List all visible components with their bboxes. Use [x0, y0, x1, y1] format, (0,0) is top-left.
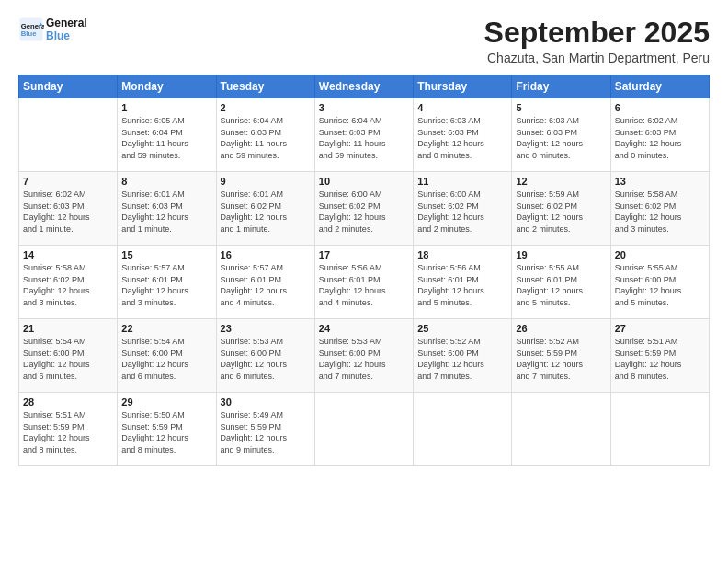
- calendar-cell: 15Sunrise: 5:57 AM Sunset: 6:01 PM Dayli…: [118, 246, 216, 319]
- day-info: Sunrise: 6:03 AM Sunset: 6:03 PM Dayligh…: [516, 115, 606, 161]
- logo-blue: Blue: [46, 29, 87, 42]
- day-info: Sunrise: 5:53 AM Sunset: 6:00 PM Dayligh…: [319, 336, 409, 382]
- calendar-cell: 10Sunrise: 6:00 AM Sunset: 6:02 PM Dayli…: [314, 172, 413, 246]
- calendar-cell: 4Sunrise: 6:03 AM Sunset: 6:03 PM Daylig…: [414, 98, 512, 172]
- day-number: 14: [23, 249, 113, 260]
- calendar-cell: 3Sunrise: 6:04 AM Sunset: 6:03 PM Daylig…: [314, 98, 413, 172]
- day-number: 5: [516, 102, 606, 113]
- day-info: Sunrise: 5:55 AM Sunset: 6:00 PM Dayligh…: [615, 262, 705, 308]
- calendar-cell: 25Sunrise: 5:52 AM Sunset: 6:00 PM Dayli…: [414, 319, 512, 393]
- calendar-cell: 9Sunrise: 6:01 AM Sunset: 6:02 PM Daylig…: [216, 172, 314, 246]
- day-number: 15: [121, 249, 211, 260]
- day-info: Sunrise: 6:04 AM Sunset: 6:03 PM Dayligh…: [221, 115, 311, 161]
- day-number: 21: [23, 323, 113, 334]
- month-title: September 2025: [484, 17, 710, 49]
- week-row-2: 7Sunrise: 6:02 AM Sunset: 6:03 PM Daylig…: [19, 172, 710, 246]
- calendar-cell: 20Sunrise: 5:55 AM Sunset: 6:00 PM Dayli…: [610, 246, 709, 319]
- day-number: 3: [319, 102, 409, 113]
- calendar-cell: 14Sunrise: 5:58 AM Sunset: 6:02 PM Dayli…: [19, 246, 118, 319]
- day-info: Sunrise: 5:49 AM Sunset: 5:59 PM Dayligh…: [221, 409, 311, 455]
- day-number: 29: [121, 396, 211, 408]
- day-info: Sunrise: 5:52 AM Sunset: 5:59 PM Dayligh…: [516, 336, 606, 382]
- calendar-cell: 5Sunrise: 6:03 AM Sunset: 6:03 PM Daylig…: [512, 98, 610, 172]
- day-info: Sunrise: 5:56 AM Sunset: 6:01 PM Dayligh…: [417, 262, 507, 308]
- subtitle: Chazuta, San Martin Department, Peru: [484, 51, 710, 65]
- calendar-cell: 7Sunrise: 6:02 AM Sunset: 6:03 PM Daylig…: [19, 172, 118, 246]
- day-number: 28: [23, 396, 113, 408]
- day-info: Sunrise: 6:05 AM Sunset: 6:04 PM Dayligh…: [121, 115, 211, 161]
- title-block: September 2025 Chazuta, San Martin Depar…: [484, 17, 710, 65]
- day-number: 30: [221, 396, 311, 408]
- day-info: Sunrise: 5:58 AM Sunset: 6:02 PM Dayligh…: [23, 262, 113, 308]
- day-number: 12: [516, 176, 606, 187]
- header-cell-wednesday: Wednesday: [314, 75, 413, 98]
- day-info: Sunrise: 5:51 AM Sunset: 5:59 PM Dayligh…: [23, 409, 113, 455]
- day-number: 8: [121, 176, 211, 187]
- day-number: 26: [516, 323, 606, 334]
- day-info: Sunrise: 6:02 AM Sunset: 6:03 PM Dayligh…: [615, 115, 705, 161]
- calendar-cell: 28Sunrise: 5:51 AM Sunset: 5:59 PM Dayli…: [19, 393, 118, 466]
- calendar-cell: [414, 393, 512, 466]
- day-info: Sunrise: 6:02 AM Sunset: 6:03 PM Dayligh…: [23, 189, 113, 235]
- day-info: Sunrise: 5:50 AM Sunset: 5:59 PM Dayligh…: [121, 409, 211, 455]
- logo-icon: General Blue: [18, 17, 44, 42]
- day-number: 17: [319, 249, 409, 260]
- header-cell-friday: Friday: [512, 75, 610, 98]
- day-info: Sunrise: 5:54 AM Sunset: 6:00 PM Dayligh…: [121, 336, 211, 382]
- calendar-cell: [610, 393, 709, 466]
- calendar-cell: 23Sunrise: 5:53 AM Sunset: 6:00 PM Dayli…: [216, 319, 314, 393]
- day-number: 27: [615, 323, 705, 334]
- header-cell-monday: Monday: [118, 75, 216, 98]
- header-cell-sunday: Sunday: [19, 75, 118, 98]
- day-info: Sunrise: 5:58 AM Sunset: 6:02 PM Dayligh…: [615, 189, 705, 235]
- day-number: 1: [121, 102, 211, 113]
- calendar-cell: [19, 98, 118, 172]
- calendar-cell: 18Sunrise: 5:56 AM Sunset: 6:01 PM Dayli…: [414, 246, 512, 319]
- day-info: Sunrise: 6:04 AM Sunset: 6:03 PM Dayligh…: [319, 115, 409, 161]
- calendar-cell: 26Sunrise: 5:52 AM Sunset: 5:59 PM Dayli…: [512, 319, 610, 393]
- day-info: Sunrise: 5:57 AM Sunset: 6:01 PM Dayligh…: [121, 262, 211, 308]
- day-info: Sunrise: 5:54 AM Sunset: 6:00 PM Dayligh…: [23, 336, 113, 382]
- calendar-cell: 27Sunrise: 5:51 AM Sunset: 5:59 PM Dayli…: [610, 319, 709, 393]
- week-row-3: 14Sunrise: 5:58 AM Sunset: 6:02 PM Dayli…: [19, 246, 710, 319]
- calendar-cell: 22Sunrise: 5:54 AM Sunset: 6:00 PM Dayli…: [118, 319, 216, 393]
- calendar-cell: 12Sunrise: 5:59 AM Sunset: 6:02 PM Dayli…: [512, 172, 610, 246]
- logo-general: General: [46, 17, 87, 29]
- calendar-cell: 11Sunrise: 6:00 AM Sunset: 6:02 PM Dayli…: [414, 172, 512, 246]
- day-info: Sunrise: 6:01 AM Sunset: 6:02 PM Dayligh…: [221, 189, 311, 235]
- page: General Blue General Blue September 2025…: [0, 0, 728, 563]
- day-number: 22: [121, 323, 211, 334]
- header-cell-thursday: Thursday: [414, 75, 512, 98]
- calendar-cell: 6Sunrise: 6:02 AM Sunset: 6:03 PM Daylig…: [610, 98, 709, 172]
- calendar-cell: 30Sunrise: 5:49 AM Sunset: 5:59 PM Dayli…: [216, 393, 314, 466]
- day-info: Sunrise: 6:00 AM Sunset: 6:02 PM Dayligh…: [319, 189, 409, 235]
- logo: General Blue General Blue: [18, 17, 87, 43]
- calendar-cell: 2Sunrise: 6:04 AM Sunset: 6:03 PM Daylig…: [216, 98, 314, 172]
- day-number: 6: [615, 102, 705, 113]
- svg-text:Blue: Blue: [21, 29, 37, 38]
- day-info: Sunrise: 6:01 AM Sunset: 6:03 PM Dayligh…: [121, 189, 211, 235]
- calendar-cell: 8Sunrise: 6:01 AM Sunset: 6:03 PM Daylig…: [118, 172, 216, 246]
- calendar-cell: [314, 393, 413, 466]
- calendar-cell: 24Sunrise: 5:53 AM Sunset: 6:00 PM Dayli…: [314, 319, 413, 393]
- week-row-4: 21Sunrise: 5:54 AM Sunset: 6:00 PM Dayli…: [19, 319, 710, 393]
- day-number: 19: [516, 249, 606, 260]
- day-number: 18: [417, 249, 507, 260]
- calendar-cell: 19Sunrise: 5:55 AM Sunset: 6:01 PM Dayli…: [512, 246, 610, 319]
- header: General Blue General Blue September 2025…: [18, 17, 710, 65]
- calendar-cell: 1Sunrise: 6:05 AM Sunset: 6:04 PM Daylig…: [118, 98, 216, 172]
- day-number: 23: [221, 323, 311, 334]
- day-number: 9: [221, 176, 311, 187]
- day-info: Sunrise: 6:03 AM Sunset: 6:03 PM Dayligh…: [417, 115, 507, 161]
- calendar-cell: 21Sunrise: 5:54 AM Sunset: 6:00 PM Dayli…: [19, 319, 118, 393]
- calendar-cell: 17Sunrise: 5:56 AM Sunset: 6:01 PM Dayli…: [314, 246, 413, 319]
- day-info: Sunrise: 5:57 AM Sunset: 6:01 PM Dayligh…: [221, 262, 311, 308]
- day-number: 11: [417, 176, 507, 187]
- calendar-cell: 29Sunrise: 5:50 AM Sunset: 5:59 PM Dayli…: [118, 393, 216, 466]
- day-number: 2: [221, 102, 311, 113]
- day-info: Sunrise: 5:53 AM Sunset: 6:00 PM Dayligh…: [221, 336, 311, 382]
- header-cell-saturday: Saturday: [610, 75, 709, 98]
- day-number: 7: [23, 176, 113, 187]
- day-info: Sunrise: 5:52 AM Sunset: 6:00 PM Dayligh…: [417, 336, 507, 382]
- header-row: SundayMondayTuesdayWednesdayThursdayFrid…: [19, 75, 710, 98]
